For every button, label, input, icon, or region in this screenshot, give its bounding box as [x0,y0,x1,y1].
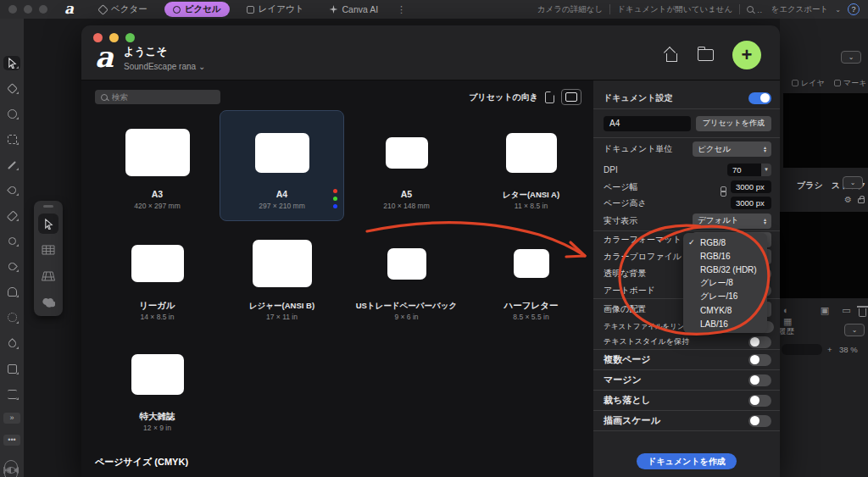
new-document-plus-button[interactable]: + [732,41,761,69]
search-input[interactable] [112,92,197,102]
draw-scale-toggle[interactable] [748,415,771,427]
preset-name: A3 [152,189,163,200]
drag-handle[interactable] [43,205,53,208]
menu-item-cmyk-8[interactable]: CMYK/8 [683,303,767,317]
transport-controls[interactable] [3,467,22,474]
palette-move-tool[interactable] [38,214,58,234]
home-icon[interactable] [665,49,679,62]
layout-icon [247,6,254,14]
pen-tool[interactable] [3,336,20,351]
preset-card-5[interactable]: リーガル14 × 8.5 in [95,221,220,332]
history-collapse-button[interactable]: ⌄ [844,324,865,336]
multipage-toggle[interactable] [748,354,771,366]
checker-icon[interactable]: ▦ [783,316,797,326]
pencil-tool[interactable] [3,158,20,172]
dialog-traffic-lights[interactable] [93,33,135,42]
preset-card-8[interactable]: ハーフレター8.5 × 5.5 in [469,221,593,332]
tab-layout[interactable]: レイアウト [238,2,313,17]
preset-card-6[interactable]: レジャー(ANSI B)17 × 11 in [220,221,344,332]
shape-tool[interactable] [3,362,20,376]
preset-card-4[interactable]: レター(ANSI A)11 × 8.5 in [469,110,593,221]
overflow-menu[interactable]: ⋮ [397,4,407,15]
help-button[interactable]: ? [848,3,860,15]
adjustment-icon[interactable]: ▣ [821,305,834,315]
page-height-input[interactable]: 3000 px [731,197,771,209]
trash-icon[interactable] [859,308,866,317]
dropper-tool[interactable] [3,259,20,274]
bleed-toggle[interactable] [748,395,771,407]
perspective-grid-icon[interactable] [38,266,58,286]
link-dimensions-icon[interactable] [721,186,727,198]
more-tools-button[interactable]: ••• [3,435,20,446]
page-width-input[interactable]: 3000 px [731,180,771,193]
preset-name-input[interactable]: A4 [604,116,691,131]
tab-pixel[interactable]: ピクセル [164,2,230,17]
tab-canva-ai[interactable]: Canva AI [320,3,387,16]
smudge-tool[interactable] [3,310,20,324]
actual-size-dropdown[interactable]: デフォルト ▴▾ [693,214,771,229]
landscape-orientation-button[interactable] [561,89,581,105]
menu-item-rgb-8[interactable]: ✓RGB/8 [683,236,767,249]
preset-card-7[interactable]: USトレードペーパーバック9 × 6 in [344,221,469,332]
export-button[interactable]: をエクスポート [771,4,828,15]
zoom-slider[interactable] [782,344,822,355]
paper-thumbnail [96,116,219,189]
keep-text-styles-toggle[interactable] [748,336,771,348]
menu-item-rgb-16[interactable]: RGB/16 [683,249,767,263]
keep-text-styles-label: テキストスタイルを保持 [604,336,689,347]
portrait-orientation-button[interactable] [545,92,554,103]
artboard-tool[interactable] [3,387,20,402]
eraser-tool[interactable] [3,208,20,223]
paper-thumbnail [470,116,593,189]
search-box[interactable] [95,90,220,104]
brush-collapse-button[interactable]: ⌄ [843,176,863,189]
layers-preview [783,93,868,168]
unit-dropdown[interactable]: ピクセル ▴▾ [693,141,771,157]
account-selector[interactable]: SoundEscape rana ⌄ [124,62,205,71]
preset-card-2[interactable]: A4297 × 210 mm [220,110,344,221]
blob-tool-icon[interactable] [38,292,58,313]
dpi-dropdown-chevron[interactable]: ▾ [761,164,771,176]
dpi-input[interactable]: 70 [727,164,761,176]
preset-dimensions: 297 × 210 mm [259,202,305,210]
preset-card-3[interactable]: A5210 × 148 mm [344,110,469,221]
tab-vector[interactable]: ベクター [91,2,156,17]
menu-item-rgb-32-hdr-[interactable]: RGB/32 (HDR) [683,263,767,276]
chevron-down-icon[interactable]: ⌄ [835,6,841,14]
preset-card-1[interactable]: A3420 × 297 mm [95,110,220,221]
marquee-cylinder-tool[interactable] [3,107,20,121]
brush-tool[interactable] [3,183,20,197]
preset-name: USトレードペーパーバック [356,300,457,311]
mask-icon[interactable]: ◐ [783,305,794,315]
doc-settings-label: ドキュメント設定 [604,92,672,104]
paper-thumbnail [345,116,468,189]
folder-icon[interactable]: ▭ [842,305,855,315]
menu-item-lab-16[interactable]: LAB/16 [683,317,767,330]
app-menubar: a ベクター ピクセル レイアウト Canva AI ⋮ カメラの詳細なし ドキ… [0,0,868,19]
menu-item--8[interactable]: グレー/8 [683,276,767,290]
fill-tool[interactable] [3,234,20,248]
expand-tools-button[interactable]: » [3,413,20,424]
divider [739,4,740,14]
dialog-header: a ようこそ SoundEscape rana ⌄ + [81,25,780,80]
preset-card-9[interactable]: 特大雑誌12 × 9 in [95,332,220,443]
grid-tool-icon[interactable] [38,240,58,260]
move-tool[interactable] [3,56,20,70]
lock-icon[interactable] [858,198,865,203]
preset-dimensions: 420 × 297 mm [134,202,181,210]
search-icon[interactable]: ‥ [747,5,764,14]
menu-item--16[interactable]: グレー/16 [683,290,767,303]
tab-brush[interactable]: ブラシ [797,180,823,191]
doc-settings-toggle[interactable] [748,92,771,104]
panel-collapse-button[interactable]: ⌄ [841,51,861,64]
window-traffic-lights-inactive[interactable] [8,5,47,14]
gear-icon[interactable]: ⚙ [844,195,852,204]
zoom-plus[interactable]: + [827,345,832,354]
create-document-button[interactable]: ドキュメントを作成 [637,453,737,469]
margin-toggle[interactable] [748,374,771,386]
node-tool[interactable] [3,81,20,96]
open-folder-icon[interactable] [698,49,714,61]
create-preset-button[interactable]: プリセットを作成 [696,116,771,131]
rect-marquee-tool[interactable] [3,132,20,147]
stamp-tool[interactable] [3,285,20,299]
